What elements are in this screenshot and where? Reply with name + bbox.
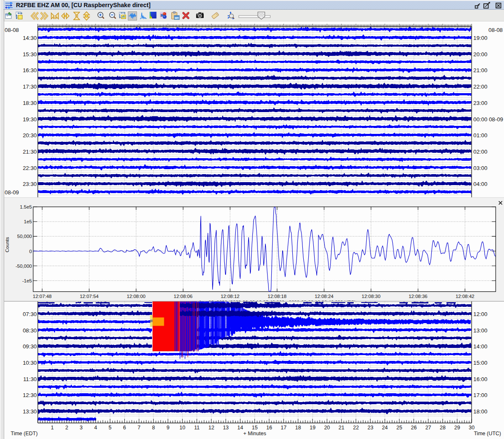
svg-text:11:30: 11:30 (23, 376, 37, 382)
svg-text:12:30: 12:30 (23, 392, 37, 398)
svg-text:14: 14 (237, 425, 243, 431)
svg-text:15:00: 15:00 (473, 360, 487, 366)
svg-text:18:00: 18:00 (473, 408, 487, 415)
svg-text:23:00: 23:00 (473, 100, 487, 106)
svg-text:00:00 08-09: 00:00 08-09 (473, 116, 503, 123)
svg-text:21: 21 (339, 425, 344, 431)
svg-text:12:08:06: 12:08:06 (174, 294, 193, 299)
svg-text:08-08: 08-08 (5, 27, 19, 33)
svg-text:7: 7 (138, 425, 141, 431)
svg-text:15:30: 15:30 (23, 51, 37, 57)
svg-text:12:08:36: 12:08:36 (409, 294, 428, 299)
svg-text:08-09: 08-09 (5, 189, 19, 196)
svg-text:18: 18 (295, 425, 301, 431)
svg-text:11: 11 (194, 425, 200, 431)
svg-text:13:30: 13:30 (23, 408, 37, 415)
svg-text:20: 20 (324, 425, 330, 431)
svg-text:10:30: 10:30 (23, 360, 37, 366)
svg-text:15: 15 (252, 425, 258, 431)
svg-text:6: 6 (123, 425, 126, 431)
svg-text:29: 29 (454, 425, 460, 431)
svg-text:01:00: 01:00 (473, 132, 487, 138)
svg-text:3: 3 (80, 425, 83, 431)
svg-text:8: 8 (152, 425, 155, 431)
svg-text:21:30: 21:30 (23, 149, 37, 155)
svg-text:08:30: 08:30 (23, 327, 37, 334)
svg-text:30: 30 (469, 425, 475, 431)
svg-text:12:08:00: 12:08:00 (127, 294, 146, 299)
svg-text:13:00: 13:00 (473, 327, 487, 334)
svg-text:18:30: 18:30 (23, 100, 37, 106)
svg-text:04:00: 04:00 (473, 181, 487, 187)
svg-text:24: 24 (382, 425, 388, 431)
svg-text:1: 1 (51, 425, 54, 431)
svg-text:22:30: 22:30 (23, 165, 37, 171)
svg-text:1e5: 1e5 (24, 219, 32, 224)
svg-text:10: 10 (179, 425, 185, 431)
svg-text:0: 0 (29, 249, 32, 254)
svg-text:16:00: 16:00 (473, 376, 487, 382)
svg-text:16:30: 16:30 (23, 67, 37, 73)
svg-text:19:00: 19:00 (473, 35, 487, 41)
svg-text:12:08:30: 12:08:30 (362, 294, 381, 299)
svg-text:-50,000: -50,000 (16, 264, 32, 269)
svg-text:26: 26 (411, 425, 417, 431)
svg-text:Time (EDT): Time (EDT) (11, 431, 38, 436)
svg-text:19:30: 19:30 (23, 116, 37, 123)
svg-text:03:00: 03:00 (473, 165, 487, 171)
svg-text:25: 25 (396, 425, 402, 431)
svg-text:22:00: 22:00 (473, 84, 487, 90)
svg-text:12:07:54: 12:07:54 (80, 294, 99, 299)
svg-text:12:08:24: 12:08:24 (315, 294, 333, 299)
svg-text:12: 12 (208, 425, 214, 431)
svg-text:12:00: 12:00 (473, 311, 487, 317)
svg-text:12:07:48: 12:07:48 (33, 294, 52, 299)
svg-text:+ Minutes: + Minutes (243, 431, 266, 436)
svg-text:08-08: 08-08 (488, 27, 503, 33)
svg-text:9: 9 (166, 425, 169, 431)
svg-text:19: 19 (310, 425, 315, 431)
svg-text:50,000: 50,000 (17, 234, 32, 239)
svg-text:12:08:42: 12:08:42 (456, 294, 475, 299)
svg-text:13: 13 (223, 425, 229, 431)
svg-text:14:00: 14:00 (473, 343, 487, 350)
svg-text:02:00: 02:00 (473, 149, 487, 155)
svg-text:5: 5 (109, 425, 112, 431)
svg-text:21:00: 21:00 (473, 67, 487, 73)
svg-text:20:00: 20:00 (473, 51, 487, 57)
svg-text:23: 23 (368, 425, 373, 431)
svg-text:14:30: 14:30 (23, 35, 37, 41)
svg-text:12:08:18: 12:08:18 (268, 294, 286, 299)
svg-text:17:00: 17:00 (473, 392, 487, 398)
svg-text:-1e5: -1e5 (22, 278, 32, 283)
svg-text:23:30: 23:30 (23, 181, 37, 187)
svg-text:12:08:12: 12:08:12 (220, 294, 239, 299)
svg-text:20:30: 20:30 (23, 132, 37, 138)
svg-text:4: 4 (94, 425, 97, 431)
svg-text:Time (UTC): Time (UTC) (474, 431, 501, 436)
svg-text:09:30: 09:30 (23, 343, 37, 350)
svg-text:22: 22 (353, 425, 359, 431)
svg-text:16: 16 (266, 425, 272, 431)
svg-text:1.5e5: 1.5e5 (20, 204, 32, 209)
svg-text:28: 28 (440, 425, 446, 431)
svg-text:2: 2 (65, 425, 68, 431)
svg-text:Counts: Counts (5, 237, 10, 253)
svg-text:17: 17 (281, 425, 286, 431)
svg-text:07:30: 07:30 (23, 311, 37, 317)
svg-text:17:30: 17:30 (23, 84, 37, 90)
svg-text:27: 27 (425, 425, 431, 431)
